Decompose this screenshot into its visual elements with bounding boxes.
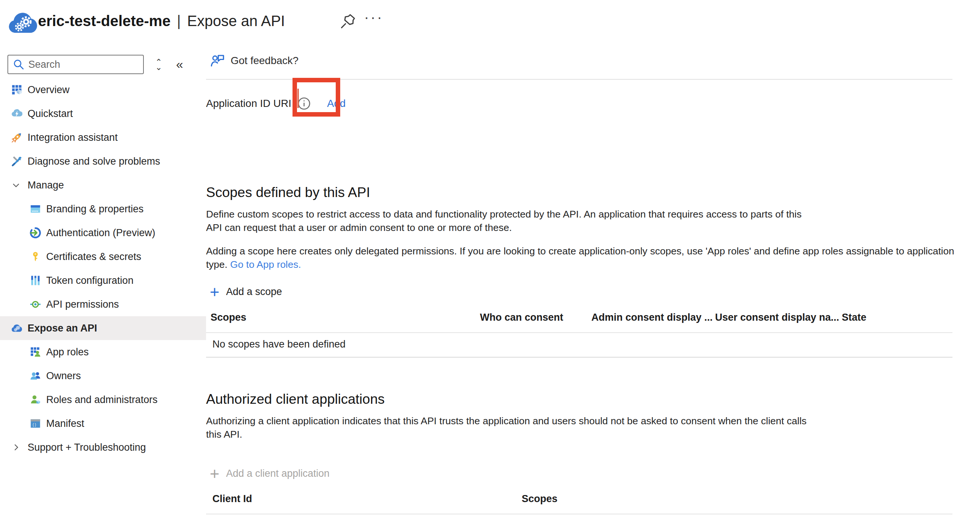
- key-icon: [30, 251, 41, 262]
- sidebar-item-label: Authentication (Preview): [46, 227, 155, 239]
- got-feedback-button[interactable]: Got feedback?: [210, 53, 299, 68]
- clients-section-description: Authorizing a client application indicat…: [206, 414, 807, 441]
- collapse-sidebar-icon[interactable]: «: [172, 56, 188, 72]
- sidebar-group-label: Support + Troubleshooting: [27, 442, 146, 453]
- authentication-icon: [30, 227, 41, 238]
- scopes-table-bottom-divider: [206, 357, 953, 358]
- title-separator: |: [177, 13, 181, 29]
- search-icon: [13, 59, 25, 70]
- sidebar-group-label: Manage: [27, 179, 64, 191]
- sidebar-item-label: Overview: [27, 84, 70, 96]
- overview-icon: [11, 84, 22, 95]
- sidebar-item-app-roles[interactable]: App roles: [0, 340, 206, 364]
- plus-icon: +: [210, 286, 220, 298]
- col-admin-consent-display: Admin consent display ...: [591, 312, 713, 323]
- go-to-app-roles-link[interactable]: Go to App roles.: [230, 259, 301, 270]
- troubleshoot-tools-icon: [11, 156, 22, 167]
- add-a-scope-button[interactable]: + Add a scope: [210, 286, 282, 298]
- sidebar-search[interactable]: [8, 55, 144, 74]
- sidebar-nav: Overview Quickstart Integration assist: [0, 78, 206, 459]
- col-scopes: Scopes: [210, 312, 246, 323]
- app-roles-icon: [30, 346, 41, 358]
- feedback-icon: [210, 53, 226, 68]
- sidebar-item-integration-assistant[interactable]: Integration assistant: [0, 125, 206, 149]
- api-permissions-icon: [30, 299, 41, 310]
- scopes-section-title: Scopes defined by this API: [206, 185, 370, 200]
- sidebar-item-branding[interactable]: www Branding & properties: [0, 197, 206, 221]
- sidebar-item-owners[interactable]: Owners: [0, 364, 206, 388]
- sidebar-item-label: API permissions: [46, 299, 119, 310]
- sidebar-item-label: Manifest: [46, 418, 84, 430]
- blade-title: Expose an API: [187, 13, 285, 29]
- sidebar-item-label: Token configuration: [46, 275, 134, 286]
- sliders-icon: [30, 275, 41, 286]
- toolbar-divider: [206, 79, 953, 80]
- sidebar-group-manage[interactable]: Manage: [0, 173, 206, 197]
- add-a-client-application-button[interactable]: + Add a client application: [210, 468, 329, 479]
- app-name: eric-test-delete-me: [38, 13, 171, 29]
- sidebar-item-overview[interactable]: Overview: [0, 78, 206, 101]
- scopes-table-header: Scopes Who can consent Admin consent dis…: [206, 312, 953, 330]
- sidebar-item-expose-an-api[interactable]: Expose an API: [0, 316, 206, 340]
- clients-table-header: Client Id Scopes: [206, 493, 953, 511]
- sidebar-item-api-permissions[interactable]: API permissions: [0, 292, 206, 316]
- sidebar-item-label: Diagnose and solve problems: [27, 156, 160, 167]
- sidebar-item-label: Integration assistant: [27, 132, 118, 143]
- clients-section-title: Authorized client applications: [206, 392, 385, 407]
- chevron-down-icon: [10, 180, 22, 190]
- page-header: eric-test-delete-me | Expose an API ···: [0, 0, 980, 45]
- sidebar-item-label: Quickstart: [27, 108, 73, 120]
- sidebar-item-certificates[interactable]: Certificates & secrets: [0, 245, 206, 268]
- add-application-id-uri-link[interactable]: Add: [327, 98, 346, 109]
- scopes-header-divider: [206, 332, 953, 333]
- application-id-uri-row: Application ID URI Add: [206, 92, 346, 115]
- sidebar-group-support[interactable]: Support + Troubleshooting: [0, 435, 206, 459]
- got-feedback-label: Got feedback?: [231, 55, 299, 67]
- sidebar-item-label: App roles: [46, 346, 89, 358]
- sidebar-item-label: Owners: [46, 370, 81, 382]
- scopes-section-note: Adding a scope here creates only delegat…: [206, 244, 954, 271]
- rocket-icon: [11, 132, 22, 143]
- reorder-arrows-icon[interactable]: ⌃⌄: [151, 57, 167, 73]
- svg-text:www: www: [31, 209, 38, 213]
- sidebar-item-label: Certificates & secrets: [46, 251, 141, 263]
- pin-icon[interactable]: [337, 11, 358, 32]
- col-client-id: Client Id: [212, 493, 252, 505]
- manifest-icon: { }: [30, 418, 41, 429]
- quickstart-icon: [11, 108, 22, 119]
- sidebar-item-token-configuration[interactable]: Token configuration: [0, 268, 206, 292]
- application-id-uri-label: Application ID URI: [206, 98, 291, 109]
- more-options-button[interactable]: ···: [363, 7, 384, 28]
- app-registration-cloud-icon: [8, 11, 38, 34]
- sidebar-item-diagnose[interactable]: Diagnose and solve problems: [0, 149, 206, 173]
- chevron-right-icon: [10, 442, 22, 452]
- search-input[interactable]: [27, 59, 143, 71]
- expose-api-cloud-icon: [11, 323, 22, 334]
- info-icon: [298, 97, 311, 110]
- branding-icon: www: [30, 203, 41, 214]
- page-title: eric-test-delete-me | Expose an API: [38, 10, 285, 31]
- sidebar-item-manifest[interactable]: { } Manifest: [0, 412, 206, 435]
- svg-text:{ }: { }: [33, 423, 37, 427]
- sidebar-item-roles-administrators[interactable]: Roles and administrators: [0, 388, 206, 412]
- col-user-consent-display: User consent display na...: [715, 312, 839, 323]
- col-who-can-consent: Who can consent: [480, 312, 563, 323]
- roles-admin-icon: [30, 394, 41, 405]
- scopes-empty-message: No scopes have been defined: [212, 339, 345, 350]
- sidebar-item-quickstart[interactable]: Quickstart: [0, 101, 206, 125]
- sidebar-item-authentication[interactable]: Authentication (Preview): [0, 221, 206, 245]
- plus-icon: +: [210, 468, 220, 479]
- col-client-scopes: Scopes: [522, 493, 557, 505]
- sidebar-item-label: Roles and administrators: [46, 394, 158, 406]
- clients-header-divider: [206, 514, 953, 514]
- sidebar-item-label: Expose an API: [27, 323, 97, 334]
- scopes-section-description: Define custom scopes to restrict access …: [206, 208, 802, 234]
- sidebar-item-label: Branding & properties: [46, 203, 143, 215]
- owners-people-icon: [30, 370, 41, 381]
- col-state: State: [842, 312, 866, 323]
